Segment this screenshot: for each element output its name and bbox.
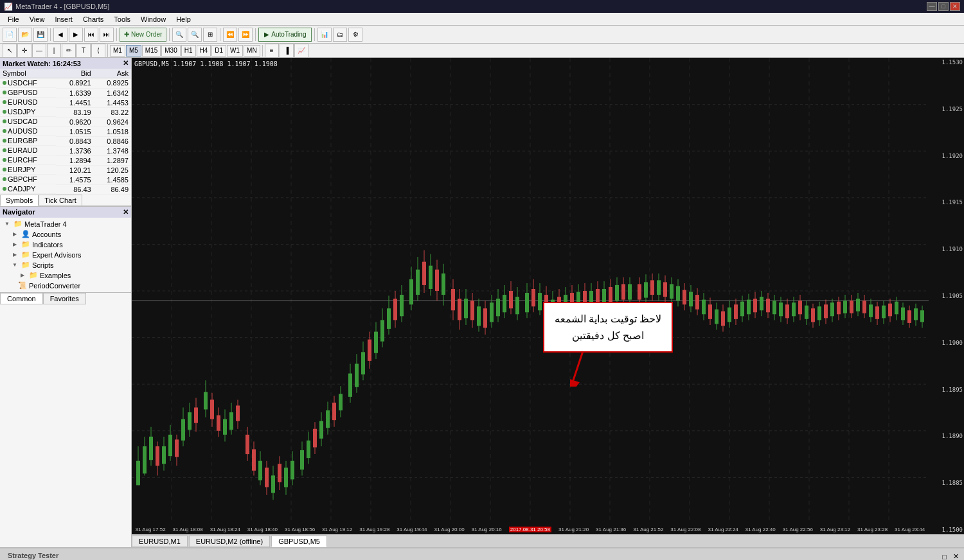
nav-item-expert-advisors[interactable]: ▶ 📁 Expert Advisors	[1, 250, 130, 260]
svg-rect-49	[194, 408, 198, 423]
toolbar: 📄 📂 💾 ◀ ▶ ⏮ ⏭ ✚ New Order 🔍 🔍 ⊞ ⏪ ⏩ ▶ Au…	[0, 26, 964, 44]
table-row[interactable]: USDJPY 83.19 83.22	[0, 107, 131, 117]
svg-rect-207	[727, 308, 731, 322]
table-row[interactable]: EURJPY 120.21 120.25	[0, 165, 131, 175]
sep2	[116, 28, 117, 41]
fwd-btn[interactable]: ▶	[69, 28, 83, 42]
tf-m5[interactable]: M5	[126, 45, 141, 57]
status-dot	[3, 177, 6, 181]
nav-item-indicators[interactable]: ▶ 📁 Indicators	[1, 240, 130, 250]
tf-m30[interactable]: M30	[161, 45, 180, 57]
table-row[interactable]: EURGBP 0.8843 0.8846	[0, 136, 131, 146]
chart-zoom-in[interactable]: 🔍	[172, 28, 186, 42]
new-btn[interactable]: 📄	[3, 28, 17, 42]
tab-tick-chart[interactable]: Tick Chart	[39, 195, 82, 206]
chart-zoom-out[interactable]: 🔍	[188, 28, 202, 42]
next-btn[interactable]: ⏭	[100, 28, 114, 42]
chart-type-bar[interactable]: ≡	[265, 44, 279, 58]
tf-m15[interactable]: M15	[142, 45, 161, 57]
open-btn[interactable]: 📂	[18, 28, 32, 42]
vline-btn[interactable]: |	[47, 44, 61, 58]
back-btn[interactable]: ◀	[53, 28, 67, 42]
x-label-4: 31 Aug 18:56	[285, 527, 315, 532]
period-sep-btn[interactable]: ⚙	[348, 28, 362, 42]
tf-d1[interactable]: D1	[211, 45, 226, 57]
text-btn[interactable]: T	[76, 44, 91, 58]
table-row[interactable]: GBPCHF 1.4575 1.4585	[0, 175, 131, 184]
close-button[interactable]: ✕	[950, 2, 960, 11]
menu-view[interactable]: View	[24, 14, 50, 24]
menu-window[interactable]: Window	[136, 14, 171, 24]
nav-tab-favorites[interactable]: Favorites	[43, 293, 86, 304]
symbol-cell: AUDUSD	[0, 127, 56, 136]
chart-scroll-right[interactable]: ⏩	[238, 28, 253, 42]
svg-rect-261	[901, 308, 905, 320]
nav-tab-common[interactable]: Common	[0, 293, 43, 304]
nav-item-accounts[interactable]: ▶ 👤 Accounts	[1, 229, 130, 240]
chart-tabs: EURUSD,M1 EURUSD,M2 (offline) GBPUSD,M5	[132, 534, 964, 547]
table-row[interactable]: USDCHF 0.8921 0.8925	[0, 78, 131, 89]
nav-item-examples[interactable]: ▶ 📁 Examples	[1, 270, 130, 281]
sep3	[169, 28, 170, 41]
y-label-0: 1.1530	[930, 59, 963, 66]
tf-w1[interactable]: W1	[227, 45, 243, 57]
status-dot	[3, 81, 6, 85]
prev-btn[interactable]: ⏮	[84, 28, 98, 42]
table-row[interactable]: CADJPY 86.43 86.49	[0, 184, 131, 194]
chart-scroll-left[interactable]: ⏪	[223, 28, 237, 42]
autotrading-button[interactable]: ▶ AutoTrading	[258, 28, 312, 42]
chart-tab-gbpusd-m5[interactable]: GBPUSD,M5	[271, 536, 327, 547]
resize-icon[interactable]: □	[940, 553, 949, 560]
chart-tab-eurusd-m2[interactable]: EURUSD,M2 (offline)	[189, 536, 270, 547]
table-row[interactable]: EURCHF 1.2894 1.2897	[0, 155, 131, 165]
tf-m1[interactable]: M1	[110, 45, 125, 57]
tab-symbols[interactable]: Symbols	[0, 195, 39, 206]
hline-btn[interactable]: —	[32, 44, 46, 58]
cursor-btn[interactable]: ↖	[3, 44, 17, 58]
accounts-icon: 👤	[21, 230, 30, 239]
nav-item-period-converter[interactable]: 📜 PeriodConverter	[1, 281, 130, 291]
chart-type-candle[interactable]: ▐	[280, 44, 294, 58]
table-row[interactable]: GBPUSD 1.6339 1.6342	[0, 88, 131, 98]
table-row[interactable]: AUDUSD 1.0515 1.0518	[0, 127, 131, 136]
close-panel-icon[interactable]: ✕	[951, 552, 961, 560]
menu-charts[interactable]: Charts	[78, 14, 109, 24]
indicators-btn[interactable]: 📊	[317, 28, 332, 42]
minimize-button[interactable]: —	[927, 2, 937, 11]
chart-type-line[interactable]: 📈	[294, 44, 308, 58]
tf-h1[interactable]: H1	[181, 45, 196, 57]
status-dot	[3, 129, 6, 133]
crosshair-btn[interactable]: ✛	[17, 44, 31, 58]
minimize-icon[interactable]: _	[929, 553, 938, 560]
table-row[interactable]: EURUSD 1.4451 1.4453	[0, 98, 131, 107]
examples-folder-icon: 📁	[29, 271, 38, 280]
nav-label-period-converter: PeriodConverter	[29, 282, 80, 290]
callout-text-line2: اصبح كل دفيقتين	[555, 328, 661, 344]
table-row[interactable]: EURAUD 1.3736 1.3748	[0, 146, 131, 155]
nav-label-scripts: Scripts	[32, 261, 54, 269]
chart-tab-eurusd-m1[interactable]: EURUSD,M1	[132, 536, 188, 547]
navigator-close[interactable]: ✕	[123, 208, 129, 216]
autotrading-icon: ▶	[264, 31, 269, 38]
menu-tools[interactable]: Tools	[109, 14, 136, 24]
market-watch-close[interactable]: ✕	[123, 59, 129, 67]
maximize-button[interactable]: □	[938, 2, 949, 11]
nav-label-examples: Examples	[40, 272, 71, 279]
nav-item-metatrader4[interactable]: ▼ 📁 MetaTrader 4	[1, 219, 130, 229]
chart-props[interactable]: ⊞	[203, 28, 217, 42]
tf-h4[interactable]: H4	[197, 45, 211, 57]
new-order-button[interactable]: ✚ New Order	[120, 28, 166, 42]
menu-insert[interactable]: Insert	[49, 14, 78, 24]
x-axis: 31 Aug 17:52 31 Aug 18:08 31 Aug 18:24 3…	[132, 524, 929, 534]
svg-rect-73	[278, 464, 281, 482]
menu-file[interactable]: File	[3, 14, 24, 24]
menu-help[interactable]: Help	[171, 14, 196, 24]
tline-btn[interactable]: ✏	[62, 44, 76, 58]
nav-item-scripts[interactable]: ▼ 📁 Scripts	[1, 260, 130, 270]
table-row[interactable]: USDCAD 0.9620 0.9624	[0, 117, 131, 127]
status-dot	[3, 187, 6, 191]
tf-mn[interactable]: MN	[244, 45, 260, 57]
fib-btn[interactable]: ⟨	[91, 44, 105, 58]
templates-btn[interactable]: 🗂	[333, 28, 347, 42]
save-btn[interactable]: 💾	[33, 28, 48, 42]
